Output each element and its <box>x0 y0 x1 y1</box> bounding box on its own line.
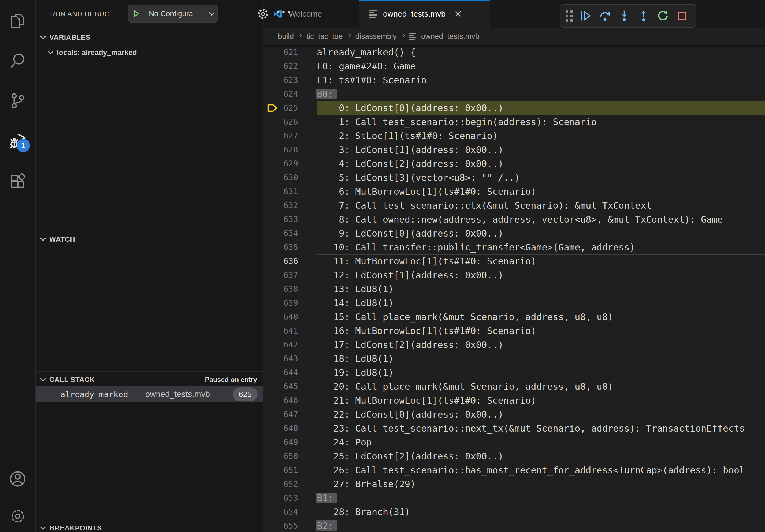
line-number[interactable]: 641 <box>264 324 317 338</box>
code-line[interactable]: 646 21: MutBorrowLoc[1](ts#1#0: Scenario… <box>264 394 765 407</box>
code-line[interactable]: 629 4: LdConst[2](address: 0x00..) <box>264 157 765 171</box>
step-out-button[interactable] <box>635 6 652 25</box>
line-number[interactable]: 651 <box>264 463 317 477</box>
code-line[interactable]: 634 9: LdConst[0](address: 0x00..) <box>264 226 765 240</box>
code-line[interactable]: 631 6: MutBorrowLoc[1](ts#1#0: Scenario) <box>264 184 765 198</box>
section-breakpoints[interactable]: BREAKPOINTS <box>36 521 263 532</box>
code-line[interactable]: 630 5: LdConst[3](vector<u8>: "" /..) <box>264 171 765 184</box>
breadcrumb-item[interactable]: disassembly <box>356 32 397 41</box>
line-number[interactable]: 653 <box>264 491 317 505</box>
code-line[interactable]: 647 22: LdConst[0](address: 0x00..) <box>264 407 765 421</box>
code-line[interactable]: 644 19: LdU8(1) <box>264 366 765 380</box>
sidebar-item-explorer[interactable] <box>0 8 35 33</box>
sidebar-item-extensions[interactable] <box>0 168 35 194</box>
line-number[interactable]: 645 <box>264 380 317 394</box>
line-number[interactable]: 642 <box>264 338 317 352</box>
debug-settings-button[interactable] <box>257 8 270 20</box>
line-number[interactable]: 640 <box>264 310 317 324</box>
line-number[interactable]: 648 <box>264 421 317 435</box>
code-line[interactable]: 640 15: Call place_mark(&mut Scenario, a… <box>264 310 765 324</box>
line-number[interactable]: 625 <box>264 101 317 115</box>
line-number[interactable]: 646 <box>264 394 317 407</box>
code-line[interactable]: 645 20: Call place_mark(&mut Scenario, a… <box>264 380 765 394</box>
breadcrumb-item[interactable]: tic_tac_toe <box>307 32 343 41</box>
code-line[interactable]: 642 17: LdConst[2](address: 0x00..) <box>264 338 765 352</box>
line-number[interactable]: 654 <box>264 505 317 519</box>
line-number[interactable]: 649 <box>264 435 317 449</box>
code-line[interactable]: 654 28: Branch(31) <box>264 505 765 519</box>
line-number[interactable]: 635 <box>264 240 317 254</box>
sidebar-item-search[interactable] <box>0 48 35 73</box>
code-line[interactable]: 650 25: LdConst[2](address: 0x00..) <box>264 449 765 463</box>
line-number[interactable]: 647 <box>264 407 317 421</box>
code-line[interactable]: 651 26: Call test_scenario::has_most_rec… <box>264 463 765 477</box>
code-line[interactable]: 627 2: StLoc[1](ts#1#0: Scenario) <box>264 129 765 143</box>
line-number[interactable]: 650 <box>264 449 317 463</box>
code-line[interactable]: 636 11: MutBorrowLoc[1](ts#1#0: Scenario… <box>264 254 765 268</box>
line-number[interactable]: 638 <box>264 282 317 296</box>
line-number[interactable]: 629 <box>264 157 317 171</box>
line-number[interactable]: 631 <box>264 184 317 198</box>
call-stack-frame[interactable]: already_marked owned_tests.mvb 625 <box>36 386 263 402</box>
code-line[interactable]: 655B2: <box>264 519 765 532</box>
start-debugging-button[interactable] <box>128 5 145 22</box>
code-line[interactable]: 639 14: LdU8(1) <box>264 296 765 310</box>
code-line[interactable]: 638 13: LdU8(1) <box>264 282 765 296</box>
section-watch[interactable]: WATCH <box>36 232 263 246</box>
drag-handle[interactable] <box>565 10 572 22</box>
line-number[interactable]: 621 <box>264 45 317 59</box>
line-number[interactable]: 639 <box>264 296 317 310</box>
line-number[interactable]: 634 <box>264 226 317 240</box>
code-line[interactable]: 635 10: Call transfer::public_transfer<G… <box>264 240 765 254</box>
debug-config-dropdown[interactable]: No Configura <box>128 5 218 23</box>
code-line[interactable]: 633 8: Call owned::new(address, address,… <box>264 212 765 226</box>
code-line[interactable]: 625 0: LdConst[0](address: 0x00..) <box>264 101 765 115</box>
tab-owned-tests[interactable]: owned_tests.mvb <box>360 0 490 28</box>
breadcrumb-item[interactable]: owned_tests.mvb <box>421 32 479 41</box>
line-number[interactable]: 622 <box>264 59 317 73</box>
sidebar-item-source-control[interactable] <box>0 88 35 114</box>
line-number[interactable]: 644 <box>264 366 317 380</box>
code-line[interactable]: 624B0: <box>264 87 765 101</box>
line-number[interactable]: 652 <box>264 477 317 491</box>
variables-locals-row[interactable]: locals: already_marked <box>36 45 263 60</box>
line-number[interactable]: 626 <box>264 115 317 129</box>
settings-button[interactable] <box>0 503 35 529</box>
code-editor[interactable]: 621already_marked() {622L0: game#2#0: Ga… <box>264 45 765 532</box>
sidebar-item-run-and-debug[interactable]: 1 <box>0 128 35 154</box>
tab-welcome[interactable]: Welcome <box>264 0 360 28</box>
continue-button[interactable] <box>577 6 594 25</box>
section-variables[interactable]: VARIABLES <box>36 30 263 45</box>
code-line[interactable]: 623L1: ts#1#0: Scenario <box>264 73 765 87</box>
line-number[interactable]: 632 <box>264 198 317 212</box>
stop-button[interactable] <box>674 6 690 25</box>
line-number[interactable]: 630 <box>264 171 317 184</box>
line-number[interactable]: 655 <box>264 519 317 532</box>
account-button[interactable] <box>0 466 35 492</box>
code-line[interactable]: 643 18: LdU8(1) <box>264 352 765 366</box>
line-number[interactable]: 623 <box>264 73 317 87</box>
code-line[interactable]: 626 1: Call test_scenario::begin(address… <box>264 115 765 129</box>
code-line[interactable]: 649 24: Pop <box>264 435 765 449</box>
breadcrumb-item[interactable]: build <box>278 32 294 41</box>
line-number[interactable]: 633 <box>264 212 317 226</box>
code-line[interactable]: 652 27: BrFalse(29) <box>264 477 765 491</box>
code-line[interactable]: 641 16: MutBorrowLoc[1](ts#1#0: Scenario… <box>264 324 765 338</box>
code-line[interactable]: 628 3: LdConst[1](address: 0x00..) <box>264 143 765 157</box>
line-number[interactable]: 627 <box>264 129 317 143</box>
restart-button[interactable] <box>655 6 671 25</box>
line-number[interactable]: 643 <box>264 352 317 366</box>
code-line[interactable]: 637 12: LdConst[1](address: 0x00..) <box>264 268 765 282</box>
step-over-button[interactable] <box>597 6 613 25</box>
line-number[interactable]: 628 <box>264 143 317 157</box>
line-number[interactable]: 637 <box>264 268 317 282</box>
more-actions-button[interactable] <box>277 11 290 13</box>
close-icon[interactable] <box>453 9 463 19</box>
step-into-button[interactable] <box>616 6 633 25</box>
code-line[interactable]: 653B1: <box>264 491 765 505</box>
line-number[interactable]: 636 <box>264 254 317 268</box>
code-line[interactable]: 632 7: Call test_scenario::ctx(&mut Scen… <box>264 198 765 212</box>
line-number[interactable]: 624 <box>264 87 317 101</box>
code-line[interactable]: 622L0: game#2#0: Game <box>264 59 765 73</box>
code-line[interactable]: 621already_marked() { <box>264 45 765 59</box>
